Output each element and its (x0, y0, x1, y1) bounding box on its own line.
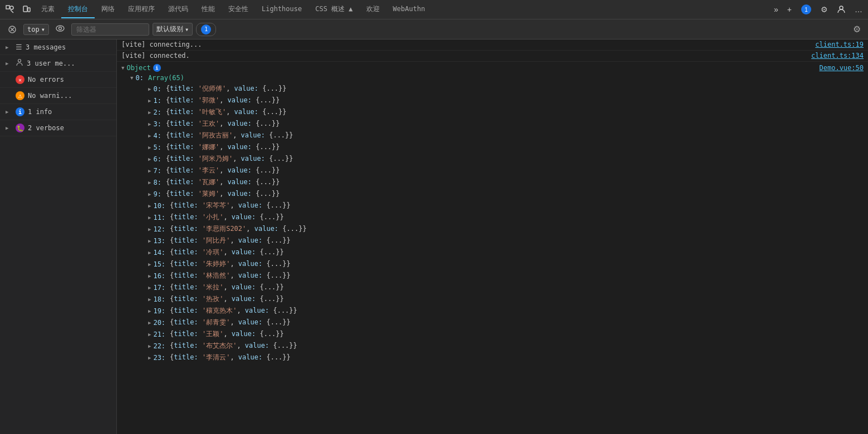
sidebar-item-messages[interactable]: ▶ ☰ 3 messages (0, 40, 116, 55)
array-item-arrow-icon: ▶ (148, 203, 151, 209)
execution-context-selector[interactable]: top ▾ (23, 24, 49, 35)
level-label: 默认级别 (156, 24, 183, 34)
array-item-index: 5: (153, 144, 161, 151)
array-item-row[interactable]: ▶0: {title: '倪师傅', value: {...}} (121, 83, 864, 95)
object-header[interactable]: ▼ Object i Demo.vue:50 (121, 63, 864, 73)
array-item-index: 3: (153, 120, 161, 128)
vite-connecting-source[interactable]: client.ts:19 (815, 41, 864, 48)
array-item-index: 16: (153, 272, 165, 280)
array-item-row[interactable]: ▶1: {title: '郭微', value: {...}} (121, 95, 864, 106)
array-item-row[interactable]: ▶7: {title: '李云', value: {...}} (121, 165, 864, 176)
tab-lighthouse[interactable]: Lighthouse (255, 2, 308, 17)
sidebar-item-info[interactable]: ▶ i 1 info (0, 104, 116, 120)
issues-badge-button[interactable]: 1 (797, 3, 815, 16)
object-info-icon[interactable]: i (153, 64, 161, 72)
array-item-value: {title: '林浩然', value: {...}} (170, 271, 291, 280)
array-item-index: 6: (153, 155, 161, 163)
array-item-row[interactable]: ▶4: {title: '阿孜古丽', value: {...}} (121, 130, 864, 141)
array-item-index: 20: (153, 319, 165, 327)
sidebar-item-verbose[interactable]: ▶ 🐛 2 verbose (0, 120, 116, 136)
tab-sources[interactable]: 源代码 (161, 1, 195, 18)
console-output: [vite] connecting... client.ts:19 [vite]… (117, 40, 868, 434)
array-item-row[interactable]: ▶2: {title: '叶敏飞', value: {...}} (121, 106, 864, 118)
svg-rect-2 (23, 6, 27, 12)
clear-console-button[interactable] (4, 23, 20, 36)
array-item-arrow-icon: ▶ (148, 180, 151, 185)
array-item-value: {title: '莱姆', value: {...}} (166, 189, 280, 199)
settings-button[interactable]: ⚙ (817, 3, 831, 16)
array-item-arrow-icon: ▶ (148, 250, 151, 255)
live-expressions-button[interactable] (52, 23, 68, 36)
array-item-arrow-icon: ▶ (148, 98, 151, 103)
array-item-arrow-icon: ▶ (148, 191, 151, 197)
array-item-arrow-icon: ▶ (148, 168, 151, 174)
sidebar-item-user-messages[interactable]: ▶ 3 user me... (0, 55, 116, 72)
profile-button[interactable] (833, 3, 849, 16)
vite-connected-source[interactable]: client.ts:134 (811, 52, 864, 60)
array-item-index: 22: (153, 342, 165, 350)
array-item-row[interactable]: ▶23: {title: '李清云', value: {...}} (121, 352, 864, 363)
sidebar-item-warnings[interactable]: ▶ ⚠ No warni... (0, 88, 116, 104)
vite-connected-text: [vite] connected. (121, 52, 190, 60)
array-item-value: {title: '李思雨S202', value: {...}} (170, 224, 307, 234)
console-settings-button[interactable]: ⚙ (850, 22, 864, 36)
array-item-row[interactable]: ▶10: {title: '宋芩芩', value: {...}} (121, 200, 864, 211)
array-item-row[interactable]: ▶12: {title: '李思雨S202', value: {...}} (121, 223, 864, 235)
array-item-row[interactable]: ▶15: {title: '朱婷婷', value: {...}} (121, 258, 864, 270)
array-item-row[interactable]: ▶11: {title: '小扎', value: {...}} (121, 211, 864, 223)
array-item-row[interactable]: ▶19: {title: '穰克热木', value: {...}} (121, 305, 864, 317)
device-mode-button[interactable] (19, 3, 35, 16)
errors-label: No errors (28, 76, 64, 83)
array-item-row[interactable]: ▶9: {title: '莱姆', value: {...}} (121, 188, 864, 200)
add-tab-button[interactable]: + (784, 3, 795, 16)
list-icon: ☰ (16, 43, 22, 51)
info-arrow-icon: ▶ (6, 109, 12, 115)
tab-network[interactable]: 网络 (95, 1, 121, 18)
array-item-row[interactable]: ▶21: {title: '王颖', value: {...}} (121, 328, 864, 340)
array-item-row[interactable]: ▶18: {title: '热孜', value: {...}} (121, 293, 864, 305)
array-item-value: {title: '小扎', value: {...}} (170, 213, 284, 222)
tab-welcome[interactable]: 欢迎 (360, 1, 386, 18)
array-item-arrow-icon: ▶ (148, 285, 151, 290)
array-item-row[interactable]: ▶17: {title: '米拉', value: {...}} (121, 282, 864, 293)
tab-application[interactable]: 应用程序 (121, 1, 161, 18)
more-options-button[interactable]: … (851, 3, 866, 16)
array-item-row[interactable]: ▶20: {title: '郝青雯', value: {...}} (121, 317, 864, 328)
user-messages-arrow-icon: ▶ (6, 61, 12, 66)
array-item-row[interactable]: ▶22: {title: '布艾杰尔', value: {...}} (121, 340, 864, 352)
array-item-row[interactable]: ▶3: {title: '王欢', value: {...}} (121, 118, 864, 130)
object-source-link[interactable]: Demo.vue:50 (820, 64, 864, 72)
array-item-arrow-icon: ▶ (148, 262, 151, 267)
tab-security[interactable]: 安全性 (222, 1, 255, 18)
array-item-arrow-icon: ▶ (148, 156, 151, 162)
sidebar-item-errors[interactable]: ▶ ✕ No errors (0, 72, 116, 88)
array-item-value: {title: '李云', value: {...}} (166, 166, 280, 175)
message-count-number: 1 (201, 24, 211, 34)
array-item-row[interactable]: ▶13: {title: '阿比丹', value: {...}} (121, 235, 864, 246)
array-item-value: {title: '娜娜', value: {...}} (166, 142, 280, 152)
message-count-badge[interactable]: 1 (196, 23, 216, 36)
array-item-row[interactable]: ▶14: {title: '冷琪', value: {...}} (121, 246, 864, 258)
array-item-arrow-icon: ▶ (148, 273, 151, 279)
array-expand-header[interactable]: ▼ 0: Array(65) (130, 73, 864, 83)
warning-icon: ⚠ (16, 91, 24, 100)
array-item-row[interactable]: ▶5: {title: '娜娜', value: {...}} (121, 141, 864, 153)
array-item-index: 10: (153, 202, 165, 210)
array-item-index: 15: (153, 260, 165, 268)
warnings-label: No warni... (28, 92, 72, 100)
messages-arrow-icon: ▶ (6, 45, 12, 50)
tab-css-overview[interactable]: CSS 概述 ▲ (308, 1, 359, 18)
tab-webauthn[interactable]: WebAuthn (386, 2, 432, 17)
tab-elements[interactable]: 元素 (35, 1, 61, 18)
log-level-selector[interactable]: 默认级别 ▾ (153, 23, 193, 36)
tab-performance[interactable]: 性能 (195, 1, 222, 18)
svg-point-7 (58, 27, 61, 30)
more-tabs-button[interactable]: » (771, 3, 782, 16)
array-item-index: 2: (153, 108, 161, 116)
array-item-row[interactable]: ▶6: {title: '阿米乃姆', value: {...}} (121, 153, 864, 165)
tab-console[interactable]: 控制台 (61, 1, 95, 18)
array-item-row[interactable]: ▶8: {title: '瓦娜', value: {...}} (121, 176, 864, 188)
filter-input[interactable] (71, 23, 149, 36)
inspect-mode-button[interactable] (2, 3, 18, 16)
array-item-row[interactable]: ▶16: {title: '林浩然', value: {...}} (121, 270, 864, 282)
